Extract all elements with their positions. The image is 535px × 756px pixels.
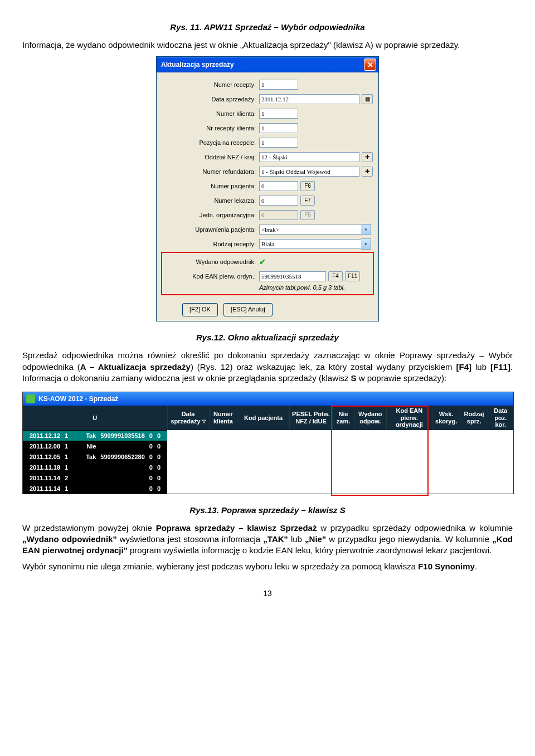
cancel-button[interactable]: [ESC] Anuluj — [223, 303, 273, 316]
grid-row[interactable]: 2011.11.14 2 0 0 — [23, 472, 167, 483]
input-jedn — [259, 210, 298, 220]
expand-icon[interactable]: ✚ — [362, 152, 373, 162]
label-uprawnienia: Uprawnienia pacjenta: — [161, 226, 259, 233]
col-header-u[interactable]: U — [23, 406, 167, 430]
dialog-aktualizacja-sprzedazy: Aktualizacja sprzedaży ✕ Numer recepty: … — [156, 56, 379, 321]
label-pozycja: Pozycja na recepcie: — [161, 139, 259, 146]
dialog-titlebar: Aktualizacja sprzedaży ✕ — [157, 57, 378, 72]
f7-button[interactable]: F7 — [300, 196, 315, 206]
label-ean: Kod EAN pierw. ordyn.: — [164, 273, 259, 280]
highlight-columns-box — [331, 406, 429, 496]
grid-row[interactable]: 2011.11.14 1 0 0 — [23, 483, 167, 494]
input-pacjent[interactable] — [259, 181, 298, 191]
col-header-rodz[interactable]: Rodzaj sprz. — [460, 406, 488, 430]
label-refundator: Numer refundatora: — [161, 168, 259, 175]
input-numer-klienta[interactable] — [259, 109, 298, 119]
sort-desc-icon: ▽ — [202, 419, 206, 424]
check-icon[interactable]: ✔ — [259, 258, 266, 266]
col-header-pesel[interactable]: PESEL Potw. NFZ / IdUE — [289, 406, 332, 430]
paragraph-3: W przedstawionym powyżej oknie Poprawa s… — [22, 523, 513, 557]
input-ean[interactable] — [259, 271, 326, 281]
input-refundator[interactable] — [259, 167, 359, 177]
label-nr-recepty-klienta: Nr recepty klienta: — [161, 125, 259, 131]
label-pacjent: Numer pacjenta: — [161, 183, 259, 189]
input-oddzial[interactable] — [259, 152, 359, 162]
highlighted-section: Wydano odpowiednik: ✔ Kod EAN pierw. ord… — [161, 252, 374, 295]
chevron-down-icon[interactable]: ▼ — [361, 238, 371, 250]
calendar-icon[interactable]: ▦ — [362, 94, 373, 104]
select-uprawnienia[interactable] — [259, 225, 361, 235]
col-header-numer[interactable]: Numer klienta — [209, 406, 237, 430]
input-numer-recepty[interactable] — [259, 80, 298, 90]
ean-product-note: Azimycin tabl.powl. 0,5 g 3 tabl. — [164, 284, 371, 291]
paragraph-2: Sprzedaż odpowiednika można również okre… — [22, 350, 513, 384]
figure-11-caption: Rys. 11. APW11 Sprzedaż – Wybór odpowied… — [22, 22, 513, 32]
ok-button[interactable]: [F2] OK — [182, 303, 218, 316]
paragraph-1: Informacja, że wydano odpowiednik widocz… — [22, 40, 513, 51]
label-rodzaj: Rodzaj recepty: — [161, 241, 259, 247]
f11-button[interactable]: F11 — [345, 271, 360, 281]
grid-row[interactable]: 2011.12.05 1 Tak 5909990652280 0 0 — [23, 451, 167, 462]
grid-titlebar: KS-AOW 2012 - Sprzedaż — [23, 392, 513, 406]
col-header-poz[interactable]: Data poz. kor. — [488, 406, 513, 430]
label-lekarz: Numer lekarza: — [161, 197, 259, 204]
figure-13-caption: Rys.13. Poprawa sprzedaży – klawisz S — [22, 505, 513, 515]
f6-button[interactable]: F6 — [300, 181, 315, 191]
label-numer-klienta: Numer klienta: — [161, 110, 259, 117]
app-icon — [26, 394, 35, 403]
grid-header-row: U Data sprzedaży ▽ Numer klienta Kod pac… — [23, 406, 513, 430]
label-oddzial: Oddział NFZ / kraj: — [161, 154, 259, 160]
grid-row[interactable]: 2011.12.08 1 Nie 0 0 — [23, 441, 167, 451]
label-jedn: Jedn. organizacyjna: — [161, 212, 259, 218]
paragraph-4: Wybór synonimu nie ulega zmianie, wybier… — [22, 561, 513, 572]
label-wydano: Wydano odpowiednik: — [164, 258, 259, 265]
chevron-down-icon[interactable]: ▼ — [361, 224, 371, 235]
expand-icon[interactable]: ✚ — [362, 167, 373, 177]
input-data-sprzedazy[interactable] — [259, 94, 359, 104]
select-rodzaj[interactable] — [259, 239, 361, 249]
col-header-kod[interactable]: Kod pacjenta — [237, 406, 289, 430]
page-number: 13 — [22, 589, 513, 598]
label-numer-recepty: Numer recepty: — [161, 81, 259, 88]
sales-grid-window: KS-AOW 2012 - Sprzedaż U Data sprzedaży … — [22, 392, 514, 494]
f8-button: F8 — [300, 210, 315, 220]
dialog-title: Aktualizacja sprzedaży — [161, 61, 364, 69]
grid-title: KS-AOW 2012 - Sprzedaż — [38, 395, 118, 403]
f4-button[interactable]: F4 — [328, 271, 343, 281]
close-button[interactable]: ✕ — [364, 58, 376, 71]
figure-12-caption: Rys.12. Okno aktualizacji sprzedaży — [22, 333, 513, 342]
input-pozycja[interactable] — [259, 138, 298, 148]
col-header-wsk[interactable]: Wsk. skoryg. — [432, 406, 460, 430]
label-data-sprzedazy: Data sprzedaży: — [161, 96, 259, 103]
input-lekarz[interactable] — [259, 196, 298, 206]
grid-row-selected[interactable]: 2011.12.12 1 Tak 5909991035518 0 0 — [23, 430, 167, 441]
input-nr-recepty-klienta[interactable] — [259, 123, 298, 133]
grid-row[interactable]: 2011.11.18 1 0 0 — [23, 462, 167, 472]
col-header-data[interactable]: Data sprzedaży ▽ — [167, 406, 209, 430]
